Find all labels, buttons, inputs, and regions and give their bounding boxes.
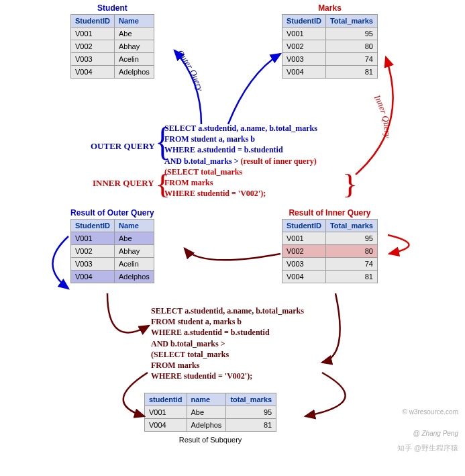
table-header-row: studentid name total_marks: [145, 393, 276, 406]
table-row: V00280: [282, 245, 378, 258]
inner-query-label: INNER QUERY: [93, 178, 154, 189]
outer-result-title: Result of Outer Query: [70, 208, 154, 218]
code-line: WHERE studentid = 'V002');: [151, 371, 304, 381]
code-line: SELECT a.studentid, a.name, b.total_mark…: [164, 123, 317, 134]
table-row: V00374: [282, 53, 378, 66]
code-line: FROM student a, marks b: [151, 316, 304, 327]
student-title: Student: [70, 3, 154, 13]
code-line: WHERE studentid = 'V002');: [164, 188, 317, 199]
table-row: V002Abhay: [71, 40, 154, 53]
outer-result-table: StudentID Name V001Abe V002Abhay V003Ace…: [70, 219, 154, 283]
table-row: V00481: [282, 271, 378, 283]
table-row: V003Acelin: [71, 53, 154, 66]
inner-result-title: Result of Inner Query: [282, 208, 378, 218]
table-row: V002Abhay: [71, 245, 154, 258]
marks-table: StudentID Total_marks V00195 V00280 V003…: [282, 14, 378, 79]
code-line: (SELECT total_marks: [151, 349, 304, 360]
final-result-title: Result of Subquery: [144, 436, 276, 444]
inner-arc-text: Inner Query: [372, 93, 393, 138]
table-row: V001Abe: [71, 232, 154, 245]
col-header: StudentID: [71, 15, 115, 28]
col-header: StudentID: [282, 15, 326, 28]
col-header: Total_marks: [325, 220, 377, 232]
final-result-block: studentid name total_marks V001 Abe 95 V…: [144, 393, 276, 444]
table-row: V004 Adelphos 81: [145, 419, 276, 432]
code-line: (SELECT total_marks: [164, 166, 317, 177]
outer-result-block: Result of Outer Query StudentID Name V00…: [70, 208, 154, 283]
student-table-block: Student StudentID Name V001Abe V002Abhay…: [70, 3, 154, 79]
final-result-table: studentid name total_marks V001 Abe 95 V…: [144, 393, 276, 432]
bottom-code-block: SELECT a.studentid, a.name, b.total_mark…: [151, 305, 304, 381]
zhihu-watermark: 知乎 @野生程序猿: [397, 443, 458, 453]
source-credit: © w3resource.com: [402, 408, 458, 416]
table-row: V004Adelphos: [71, 66, 154, 79]
inner-result-block: Result of Inner Query StudentID Total_ma…: [282, 208, 378, 283]
code-line: FROM marks: [164, 177, 317, 188]
table-row: V00481: [282, 66, 378, 79]
code-line: WHERE a.studentid = b.studentid: [164, 144, 317, 155]
table-header-row: StudentID Total_marks: [282, 220, 378, 232]
top-code-block: SELECT a.studentid, a.name, b.total_mark…: [164, 123, 317, 199]
col-header: Name: [114, 220, 154, 232]
table-row: V003Acelin: [71, 258, 154, 271]
code-line: FROM marks: [151, 360, 304, 371]
code-line: WHERE a.studentid = b.studentid: [151, 327, 304, 338]
student-table: StudentID Name V001Abe V002Abhay V003Ace…: [70, 14, 154, 79]
col-header: StudentID: [282, 220, 326, 232]
table-row: V001Abe: [71, 28, 154, 40]
col-header: studentid: [145, 393, 187, 406]
code-line: FROM student a, marks b: [164, 134, 317, 144]
marks-table-block: Marks StudentID Total_marks V00195 V0028…: [282, 3, 378, 79]
col-header: name: [187, 393, 226, 406]
code-line: AND b.total_marks >: [151, 338, 304, 349]
curly-inner-right: }: [342, 174, 358, 194]
table-row: V00374: [282, 258, 378, 271]
author-credit: @ Zhang Peng: [413, 430, 458, 437]
col-header: total_marks: [226, 393, 276, 406]
inner-result-table: StudentID Total_marks V00195 V00280 V003…: [282, 219, 378, 283]
col-header: Name: [114, 15, 154, 28]
table-row: V004Adelphos: [71, 271, 154, 283]
outer-arc-text: Outer Query: [175, 48, 205, 92]
table-row: V00195: [282, 232, 378, 245]
marks-title: Marks: [282, 3, 378, 13]
code-line: AND b.total_marks > (result of inner que…: [164, 156, 317, 166]
table-row: V00195: [282, 28, 378, 40]
outer-query-label: OUTER QUERY: [91, 141, 155, 152]
code-line: SELECT a.studentid, a.name, b.total_mark…: [151, 305, 304, 316]
table-header-row: StudentID Total_marks: [282, 15, 378, 28]
table-row: V001 Abe 95: [145, 406, 276, 419]
col-header: Total_marks: [325, 15, 377, 28]
col-header: StudentID: [71, 220, 115, 232]
table-row: V00280: [282, 40, 378, 53]
table-header-row: StudentID Name: [71, 220, 154, 232]
table-header-row: StudentID Name: [71, 15, 154, 28]
